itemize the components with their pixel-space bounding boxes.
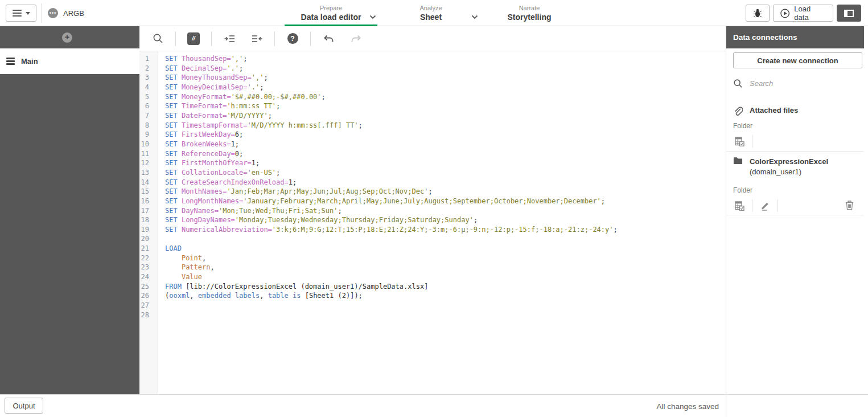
global-menu-button[interactable] <box>6 5 36 22</box>
code-line[interactable]: SET NumericalAbbreviation='3:k;6:M;9:G;1… <box>165 225 726 235</box>
sections-toolbar: + <box>0 26 139 48</box>
code-line[interactable]: SET LongDayNames='Monday;Tuesday;Wednesd… <box>165 215 726 225</box>
panel-toggle-button[interactable] <box>837 5 861 22</box>
tab-narrate-label: Narrate <box>519 5 540 12</box>
code-line[interactable] <box>165 301 726 310</box>
divider <box>726 151 864 152</box>
code-lines[interactable]: SET ThousandSep=',';SET DecimalSep='.';S… <box>158 51 726 394</box>
menu-icon <box>13 8 22 18</box>
undo-icon[interactable] <box>320 30 337 47</box>
edit-icon[interactable] <box>759 199 771 212</box>
tab-narrate-value: Storytelling <box>507 12 551 22</box>
code-line[interactable]: SET BrokenWeeks=1; <box>165 140 726 149</box>
divider <box>752 135 752 148</box>
tab-analyze-label: Analyze <box>419 5 442 12</box>
code-line[interactable]: FROM [lib://ColorExpressionExcel (domain… <box>165 282 726 292</box>
delete-icon[interactable] <box>843 199 855 211</box>
save-status: All changes saved <box>656 395 719 417</box>
code-line[interactable]: SET DateFormat='M/D/YYYY'; <box>165 111 726 121</box>
divider <box>310 31 311 46</box>
code-line[interactable]: SET MoneyThousandSep=','; <box>165 73 726 83</box>
app-identity[interactable]: ••• ARGB <box>48 0 84 26</box>
select-data-icon[interactable] <box>733 135 746 148</box>
section-label: Main <box>21 57 38 66</box>
comment-icon[interactable]: // <box>185 30 202 47</box>
help-icon[interactable]: ? <box>284 30 301 47</box>
connection-type: Folder <box>733 186 752 194</box>
play-icon <box>780 9 789 18</box>
top-bar: ••• ARGB Prepare Data load editor Analyz… <box>0 0 868 26</box>
search-icon <box>733 79 743 88</box>
sidebar-item-main[interactable]: Main <box>0 48 139 74</box>
sections-sidebar: + Main <box>0 26 139 394</box>
code-line[interactable]: SET DecimalSep='.'; <box>165 64 726 73</box>
code-line[interactable] <box>165 234 726 244</box>
connection-actions <box>733 199 862 212</box>
connection-type: Folder <box>733 122 752 130</box>
divider <box>726 215 864 215</box>
select-data-icon[interactable] <box>733 199 746 212</box>
code-line[interactable]: SET FirstMonthOfYear=1; <box>165 158 726 168</box>
debug-button[interactable] <box>746 5 770 22</box>
code-line[interactable]: SET TimestampFormat='M/D/YYYY h:mm:ss[.f… <box>165 121 726 130</box>
tab-prepare-label: Prepare <box>320 5 342 12</box>
divider <box>726 395 726 417</box>
chevron-down-icon[interactable] <box>471 15 478 19</box>
app-title: ARGB <box>63 9 84 18</box>
bug-icon <box>753 8 762 18</box>
outdent-icon[interactable] <box>248 30 265 47</box>
code-line[interactable] <box>165 310 726 320</box>
code-line[interactable]: (ooxml, embedded labels, table is [Sheet… <box>165 291 726 301</box>
load-data-button[interactable]: Load data <box>773 5 833 22</box>
chevron-down-icon[interactable] <box>369 15 376 19</box>
paperclip-icon <box>733 106 743 117</box>
search-input[interactable] <box>748 79 845 88</box>
connection-name: Attached files <box>750 106 798 115</box>
divider <box>752 199 752 212</box>
tab-prepare-value: Data load editor <box>301 12 361 22</box>
code-line[interactable]: SET CollationLocale='en-US'; <box>165 168 726 178</box>
connection-search[interactable] <box>733 76 858 90</box>
code-line[interactable]: SET MoneyDecimalSep='.'; <box>165 83 726 92</box>
app-options-icon: ••• <box>48 8 58 18</box>
connection-name: ColorExpressionExcel <box>750 157 828 166</box>
code-line[interactable]: SET MonthNames='Jan;Feb;Mar;Apr;May;Jun;… <box>165 187 726 197</box>
divider <box>175 31 176 46</box>
divider <box>778 199 778 212</box>
code-line[interactable]: LOAD <box>165 244 726 254</box>
panel-layout-icon <box>844 10 854 17</box>
connection-actions <box>733 134 862 148</box>
connection-attached-files[interactable]: Attached files <box>733 106 798 117</box>
search-icon[interactable] <box>149 30 166 47</box>
indent-icon[interactable] <box>221 30 238 47</box>
gutter: 1234567891011121314151617181920212223242… <box>139 51 158 394</box>
code-line[interactable]: Pattern, <box>165 263 726 272</box>
tab-prepare[interactable]: Prepare Data load editor <box>285 0 377 26</box>
chevron-down-icon <box>26 12 30 15</box>
code-line[interactable]: Value <box>165 272 726 282</box>
tab-analyze[interactable]: Analyze Sheet <box>382 0 479 26</box>
code-line[interactable]: SET DayNames='Mon;Tue;Wed;Thu;Fri;Sat;Su… <box>165 206 726 216</box>
data-connections-panel: Data connections Create new connection A… <box>726 26 868 394</box>
code-line[interactable]: SET ReferenceDay=0; <box>165 149 726 159</box>
code-line[interactable]: Point, <box>165 254 726 263</box>
code-line[interactable]: SET ThousandSep=','; <box>165 54 726 64</box>
code-line[interactable]: SET LongMonthNames='January;February;Mar… <box>165 197 726 206</box>
code-line[interactable]: SET TimeFormat='h:mm:ss TT'; <box>165 101 726 111</box>
load-data-label: Load data <box>794 5 826 22</box>
divider <box>211 31 212 46</box>
panel-title: Data connections <box>726 26 864 48</box>
divider <box>41 3 42 23</box>
divider <box>274 31 275 46</box>
redo-icon[interactable] <box>347 30 364 47</box>
section-drag-handle-icon[interactable] <box>6 56 15 67</box>
code-line[interactable]: SET FirstWeekDay=6; <box>165 130 726 140</box>
script-editor: 1234567891011121314151617181920212223242… <box>139 51 726 394</box>
create-connection-button[interactable]: Create new connection <box>733 52 862 68</box>
connection-color-expression-excel[interactable]: ColorExpressionExcel (domain_user1) <box>733 156 828 177</box>
output-button[interactable]: Output <box>5 398 43 414</box>
code-line[interactable]: SET CreateSearchIndexOnReload=1; <box>165 178 726 187</box>
add-section-icon[interactable]: + <box>62 32 72 43</box>
tab-narrate[interactable]: Narrate Storytelling <box>487 0 572 26</box>
code-line[interactable]: SET MoneyFormat='$#,##0.00;-$#,##0.00'; <box>165 92 726 102</box>
